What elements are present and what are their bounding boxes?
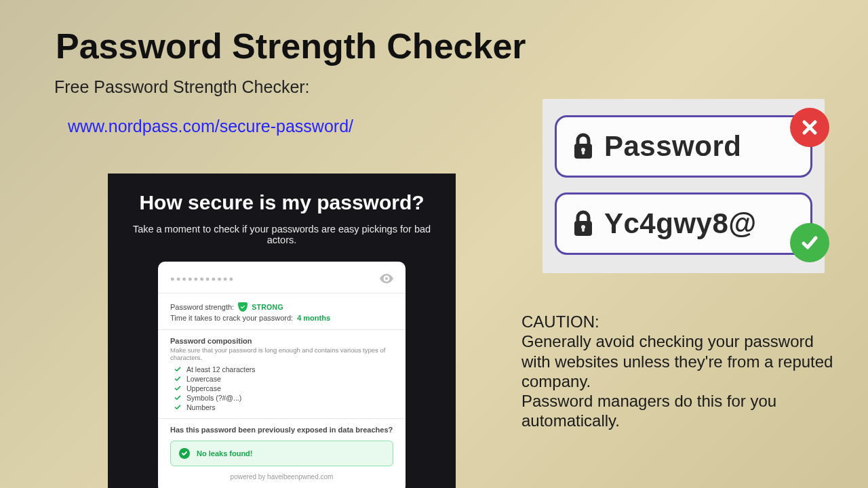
strength-value: STRONG	[252, 303, 283, 311]
caution-block: CAUTION: Generally avoid checking your p…	[521, 312, 837, 431]
checkmark-icon	[790, 223, 829, 262]
check-label: Lowercase	[186, 375, 221, 383]
strength-section: Password strength: STRONG Time it takes …	[158, 293, 406, 329]
password-example-graphic: Password Yc4gwy8@	[542, 99, 825, 273]
check-label: Numbers	[186, 403, 216, 411]
check-item: Uppercase	[174, 384, 393, 392]
password-mask: ●●●●●●●●●●●	[170, 274, 235, 283]
bad-password-pill: Password	[555, 115, 812, 178]
check-icon	[174, 385, 181, 392]
check-icon	[174, 394, 181, 401]
check-icon	[174, 366, 181, 373]
caution-heading: CAUTION:	[521, 312, 837, 331]
checker-link[interactable]: www.nordpass.com/secure-password/	[68, 117, 353, 136]
crack-time-label: Time it takes to crack your password:	[170, 314, 293, 322]
check-item: Symbols (?#@...)	[174, 394, 393, 402]
check-label: At least 12 characters	[186, 365, 256, 373]
check-label: Uppercase	[186, 384, 221, 392]
page-subtitle: Free Password Strength Checker:	[54, 77, 310, 97]
breach-section: Has this password been previously expose…	[158, 418, 406, 486]
svg-point-0	[385, 277, 388, 280]
eye-icon[interactable]	[380, 274, 393, 283]
shield-icon	[238, 302, 248, 312]
check-label: Symbols (?#@...)	[186, 394, 241, 402]
check-item: Lowercase	[174, 375, 393, 383]
check-icon	[174, 404, 181, 411]
card-heading: How secure is my password?	[127, 191, 437, 214]
check-item: Numbers	[174, 403, 393, 411]
lock-icon	[572, 133, 595, 160]
composition-note: Make sure that your password is long eno…	[170, 346, 393, 361]
check-item: At least 12 characters	[174, 365, 393, 373]
breach-question: Has this password been previously expose…	[170, 426, 393, 434]
caution-line-1: Generally avoid checking your password w…	[521, 332, 833, 390]
composition-heading: Password composition	[170, 337, 393, 345]
crack-time-value: 4 months	[297, 314, 330, 322]
cross-icon	[790, 108, 829, 147]
good-password-pill: Yc4gwy8@	[555, 192, 812, 255]
page-title: Password Strength Checker	[56, 26, 526, 66]
powered-by: powered by haveibeenpwned.com	[170, 473, 393, 481]
strength-label: Password strength:	[170, 303, 234, 311]
success-icon	[179, 448, 190, 459]
good-password-text: Yc4gwy8@	[604, 207, 757, 240]
password-checker-card: How secure is my password? Take a moment…	[108, 174, 456, 488]
check-icon	[174, 375, 181, 382]
card-subheading: Take a moment to check if your passwords…	[127, 224, 437, 245]
leak-result-text: No leaks found!	[197, 449, 253, 458]
svg-rect-6	[582, 228, 585, 232]
lock-icon	[572, 210, 595, 237]
svg-rect-3	[582, 150, 585, 155]
password-input-row: ●●●●●●●●●●●	[158, 262, 406, 293]
composition-section: Password composition Make sure that your…	[158, 329, 406, 418]
bad-password-text: Password	[604, 130, 741, 163]
caution-line-2: Password managers do this for you automa…	[521, 392, 776, 430]
leak-result-box: No leaks found!	[170, 441, 393, 466]
checker-panel: ●●●●●●●●●●● Password strength: STRONG Ti…	[158, 262, 406, 488]
